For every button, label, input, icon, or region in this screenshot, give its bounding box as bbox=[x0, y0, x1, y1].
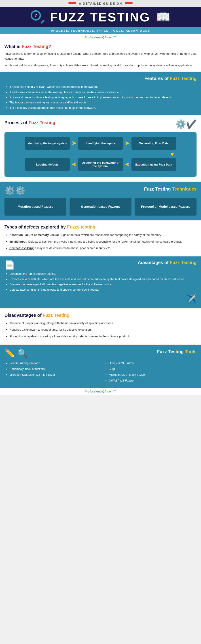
list-item: It is an automated software testing tech… bbox=[10, 95, 196, 100]
techniques-title-plain: Fuzz Testing bbox=[144, 186, 172, 192]
list-item: It helps find security relevant weakness… bbox=[10, 84, 196, 89]
techniques-title-highlight: Techniques bbox=[172, 186, 196, 192]
list-item: Burp bbox=[109, 366, 197, 372]
list-item: Ensures the coverage of all possible neg… bbox=[10, 282, 196, 287]
features-title-highlight: Fuzz Testing bbox=[170, 76, 196, 81]
type-label-1: Assertion Failure or Memory Leaks: bbox=[10, 233, 59, 236]
advantages-list: Enhances the job of security testing. Ex… bbox=[5, 271, 196, 292]
list-item: Requires a significant amount of time, f… bbox=[10, 327, 196, 332]
disadvantages-title: Disadvantages of Fuzz Testing bbox=[5, 313, 196, 318]
arrow-right-2: ➤ bbox=[125, 140, 130, 147]
process-gear-icon: ⚙️✔️ bbox=[175, 119, 196, 129]
tools-col-2: Untidy -XML Fuzzer Burp Microsoft SDL Re… bbox=[104, 360, 197, 384]
types-title-highlight: Fuzzy testing bbox=[67, 224, 95, 230]
deco-lines-right bbox=[125, 2, 133, 5]
techniques-cards: Mutation based Fuzzers Generation based … bbox=[5, 198, 196, 216]
process-title-plain: Process of bbox=[5, 120, 29, 125]
list-item: Alone, it is incapable of covering all p… bbox=[10, 334, 196, 339]
list-item: It addresses various issues in the web a… bbox=[10, 90, 196, 95]
advantages-title-highlight: Fuzz Testing bbox=[170, 260, 196, 265]
disadvantages-section: Disadvantages of Fuzz Testing Absence of… bbox=[0, 309, 201, 344]
process-step-1: Identifying the target system bbox=[25, 137, 70, 150]
tools-col-1: Peach Fuzzing Platform Radamsa(a flock o… bbox=[5, 360, 97, 384]
process-step-5: Observing the behaviour of the system. bbox=[78, 158, 123, 171]
list-item: Correctness Bug: It may include corrupte… bbox=[10, 246, 196, 251]
features-title: Features of Fuzz Testing bbox=[5, 76, 196, 81]
process-section: Process of Fuzz Testing ⚙️✔️ Identifying… bbox=[0, 116, 201, 181]
arrow-right-1: ➤ bbox=[72, 140, 76, 147]
type-label-2: Invalid Input: bbox=[10, 240, 28, 243]
list-item: It is a security testing approach that h… bbox=[10, 105, 196, 110]
tools-grid: Peach Fuzzing Platform Radamsa(a flock o… bbox=[5, 360, 196, 384]
process-title: Process of Fuzz Testing bbox=[5, 120, 55, 125]
footer: ProfessionalQA.com™ bbox=[0, 388, 201, 395]
type-text-3: It may include corrupted database, poor … bbox=[34, 246, 111, 250]
type-text-1: Bugs or defects, which are responsible f… bbox=[59, 233, 162, 236]
magnifying-glass-icon: ? bbox=[31, 10, 45, 24]
what-is-para2: In this methodology, coding errors, & se… bbox=[5, 63, 196, 68]
tools-title: Fuzz Testing Tools bbox=[157, 349, 196, 354]
disadvantages-title-highlight: Fuzz Testing bbox=[43, 313, 70, 318]
list-item: Invalid Input: Defects arises from the i… bbox=[10, 239, 196, 244]
advantages-section: 📄 Advantages of Fuzz Testing Enhances th… bbox=[0, 256, 201, 308]
list-item: Microsoft SDL MiniFuzz File Fuzzer bbox=[10, 372, 97, 378]
main-title: FUZZ TESTING bbox=[50, 10, 150, 24]
what-is-para1: Fuzz testing is a form of security testi… bbox=[5, 52, 196, 61]
header-subtitle: PROCESS, TECHNIQUES, TYPES, TOOLS, ADVAN… bbox=[51, 29, 150, 32]
list-item: Absence of proper planning, along with t… bbox=[10, 320, 196, 326]
arrow-left-1: ➤ bbox=[72, 161, 76, 168]
list-item: Assertion Failure or Memory Leaks: Bugs … bbox=[10, 232, 196, 238]
tools-title-highlight: Tools bbox=[185, 349, 196, 354]
process-row1: Identifying the target system ➤ Identify… bbox=[7, 137, 194, 150]
gear-icons: ⚙️⚙️ bbox=[5, 186, 26, 196]
features-title-plain: Features of bbox=[144, 76, 170, 81]
features-list: It helps find security relevant weakness… bbox=[5, 84, 196, 110]
type-text-2: Defects arises from the invalid inputs, … bbox=[28, 240, 182, 243]
document-icon: 📄 bbox=[5, 260, 15, 270]
process-step-4: Logging defects bbox=[25, 158, 70, 171]
types-title: Types of defects explored by Fuzzy testi… bbox=[5, 224, 196, 230]
features-section: Features of Fuzz Testing It helps find s… bbox=[0, 72, 201, 115]
header-brand: ProfessionalQA.com™ bbox=[85, 36, 116, 39]
footer-brand: ProfessionalQA.com™ bbox=[85, 390, 116, 393]
arrow-left-2: ➤ bbox=[125, 161, 130, 168]
process-step-6: Execution using Fuzz Data bbox=[131, 158, 176, 171]
arrow-down-wrap: ▼ bbox=[7, 151, 194, 158]
process-step-3: Generating Fuzz Data bbox=[131, 137, 176, 150]
deco-lines-left bbox=[68, 2, 76, 5]
technique-card-2: Generation based Fuzzers bbox=[70, 198, 131, 216]
types-list: Assertion Failure or Memory Leaks: Bugs … bbox=[5, 232, 196, 251]
disadvantages-list: Absence of proper planning, along with t… bbox=[5, 320, 196, 339]
what-is-title: What is Fuzz Testing? bbox=[5, 44, 196, 49]
types-section: Types of defects explored by Fuzzy testi… bbox=[0, 221, 201, 256]
list-item: Microsoft SDL Regex Fuzzer bbox=[109, 372, 197, 378]
list-item: Untidy -XML Fuzzer bbox=[109, 360, 197, 366]
book-icon: 📖 bbox=[156, 10, 170, 24]
pencil-icon: ✏️ bbox=[5, 348, 15, 358]
process-row2: Logging defects ➤ Observing the behaviou… bbox=[7, 158, 194, 171]
process-step-2: Identifying the inputs bbox=[78, 137, 123, 150]
tools-section: ✏️ 🔍 Fuzz Testing Tools Peach Fuzzing Pl… bbox=[0, 345, 201, 388]
list-item: The fuzzer can use existing test cases o… bbox=[10, 100, 196, 105]
search-tools-icon: 🔍 bbox=[17, 348, 28, 358]
list-item: OWASPWS Fuzzer bbox=[109, 378, 197, 384]
tools-title-plain: Fuzz Testing bbox=[157, 349, 185, 354]
list-item: Detects race conditions & deadlocks and … bbox=[10, 287, 196, 292]
type-label-3: Correctness Bug: bbox=[10, 246, 34, 250]
techniques-title: Fuzz Testing Techniques bbox=[144, 186, 196, 192]
process-title-highlight: Fuzz Testing bbox=[29, 120, 56, 125]
page-header: A DETAILED GUIDE ON ? FUZZ TESTING 📖 PRO… bbox=[0, 0, 201, 40]
list-item: Radamsa(a flock of fuzzers) bbox=[10, 366, 97, 372]
list-item: Peach Fuzzing Platform bbox=[10, 360, 97, 366]
paper-plane-icon: ✈️ bbox=[5, 294, 196, 304]
disadvantages-title-plain: Disadvantages of bbox=[5, 313, 43, 318]
header-top-label: A DETAILED GUIDE ON bbox=[79, 2, 122, 5]
types-title-plain: Types of defects explored by bbox=[5, 224, 67, 230]
advantages-title-plain: Advantages of bbox=[138, 260, 170, 265]
arrow-down: ▼ bbox=[169, 151, 175, 158]
what-is-section: What is Fuzz Testing? Fuzz testing is a … bbox=[0, 40, 201, 72]
process-flow: Identifying the target system ➤ Identify… bbox=[5, 132, 196, 177]
what-is-title-plain: What is bbox=[5, 44, 22, 49]
list-item: Explores severe defects, which are left … bbox=[10, 276, 196, 282]
technique-card-1: Mutation based Fuzzers bbox=[5, 198, 66, 216]
